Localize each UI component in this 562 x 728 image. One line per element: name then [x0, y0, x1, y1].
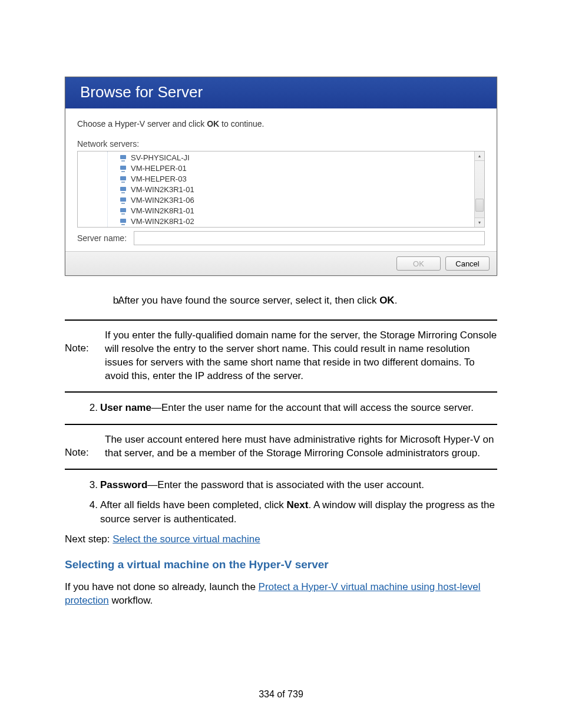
scroll-down-icon[interactable]: ▾ [475, 218, 484, 227]
divider [65, 391, 497, 393]
computer-icon [119, 176, 127, 183]
intro-paragraph: If you have not done so already, launch … [65, 581, 497, 608]
server-name: VM-WIN2K3R1-01 [131, 185, 194, 195]
scroll-up-icon[interactable]: ▴ [475, 151, 484, 161]
step-3: 3. Password—Enter the password that is a… [65, 478, 497, 492]
step-b-bold: OK [379, 295, 395, 306]
step-2-marker: 2. [77, 401, 98, 415]
intro-pre: If you have not done so already, launch … [65, 581, 259, 592]
instruction-bold: OK [207, 119, 219, 129]
step-b-text-pre: After you have found the source server, … [118, 295, 379, 306]
computer-icon [119, 197, 127, 205]
list-item[interactable]: SV-PHYSICAL-JI [119, 153, 484, 163]
note-label: Note: [65, 433, 98, 460]
list-item[interactable]: VM-HELPER-03 [119, 174, 484, 185]
step-3-marker: 3. [77, 478, 98, 492]
next-step-pre: Next step: [65, 533, 113, 545]
page-number: 334 of 739 [0, 689, 562, 700]
step-2-bold: User name [100, 402, 151, 413]
ok-button[interactable]: OK [396, 256, 441, 271]
step-b-marker: b. [100, 294, 121, 308]
cancel-button[interactable]: Cancel [445, 256, 490, 271]
divider [65, 424, 497, 425]
computer-icon [119, 186, 127, 194]
next-step-link[interactable]: Select the source virtual machine [113, 533, 260, 545]
divider [65, 319, 497, 321]
computer-icon [119, 207, 127, 215]
step-4-bold: Next [287, 499, 309, 510]
browse-for-server-dialog: Browse for Server Choose a Hyper-V serve… [65, 77, 497, 276]
instruction-pre: Choose a Hyper-V server and click [77, 119, 207, 129]
step-3-bold: Password [100, 479, 147, 490]
next-step: Next step: Select the source virtual mac… [65, 533, 497, 545]
scrollbar[interactable]: ▴ ▾ [474, 151, 484, 227]
step-b-text-post: . [395, 295, 398, 306]
list-item[interactable]: VM-WIN2K3R1-06 [119, 195, 484, 206]
note-body: The user account entered here must have … [105, 433, 497, 460]
instruction-post: to continue. [219, 119, 264, 129]
computer-icon [119, 218, 127, 226]
dialog-instruction: Choose a Hyper-V server and click OK to … [77, 119, 485, 129]
step-b: b. After you have found the source serve… [65, 294, 497, 308]
step-4: 4. After all fields have been completed,… [65, 498, 497, 526]
network-servers-list[interactable]: SV-PHYSICAL-JI VM-HELPER-01 VM-HELPER-03… [77, 151, 485, 228]
step-3-text: —Enter the password that is associated w… [147, 479, 424, 490]
list-item[interactable]: VM-HELPER-01 [119, 163, 484, 174]
step-2: 2. User name—Enter the user name for the… [65, 401, 497, 415]
server-name: VM-WIN2K8R1-02 [131, 216, 194, 227]
list-item[interactable]: VM-WIN2K8R1-01 [119, 206, 484, 216]
server-name-label: Server name: [77, 233, 130, 243]
server-name: VM-WIN2K8R1-01 [131, 206, 194, 216]
server-name-input[interactable] [134, 231, 485, 245]
server-name: VM-WIN2K3R1-06 [131, 195, 194, 206]
computer-icon [119, 154, 127, 162]
step-2-text: —Enter the user name for the account tha… [151, 402, 474, 413]
server-name: VM-HELPER-03 [131, 174, 187, 185]
step-4-pre: After all fields have been completed, cl… [100, 499, 287, 510]
step-4-marker: 4. [77, 498, 98, 512]
intro-post: workflow. [109, 595, 153, 606]
note-1: Note: If you enter the fully-qualified d… [65, 329, 497, 383]
server-name: SV-PHYSICAL-JI [131, 153, 190, 163]
computer-icon [119, 165, 127, 173]
section-heading: Selecting a virtual machine on the Hyper… [65, 558, 497, 571]
network-servers-label: Network servers: [77, 139, 485, 149]
server-name: VM-HELPER-01 [131, 163, 187, 174]
note-2: Note: The user account entered here must… [65, 433, 497, 460]
dialog-footer: OK Cancel [65, 251, 497, 275]
dialog-title: Browse for Server [65, 77, 497, 108]
note-body: If you enter the fully-qualified domain … [105, 329, 497, 383]
scroll-thumb[interactable] [475, 199, 484, 212]
note-label: Note: [65, 329, 98, 383]
divider [65, 469, 497, 470]
list-item[interactable]: VM-WIN2K3R1-01 [119, 185, 484, 195]
list-item[interactable]: VM-WIN2K8R1-02 [119, 216, 484, 227]
